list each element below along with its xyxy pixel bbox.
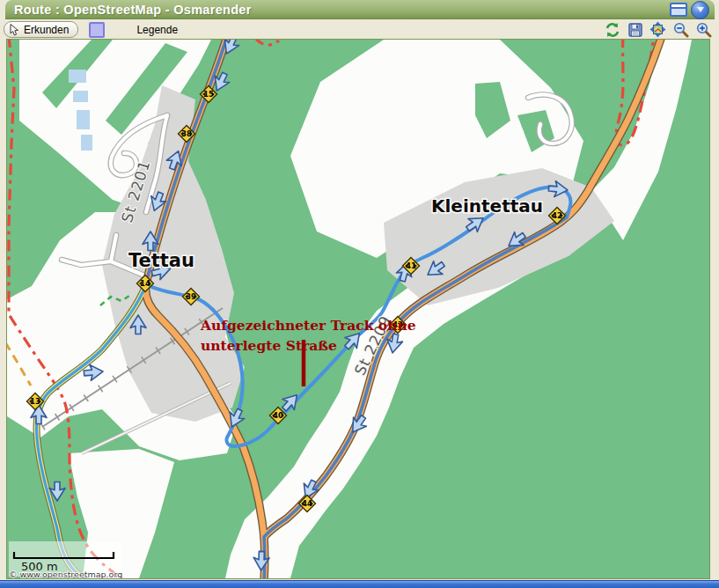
legende-checkbox[interactable]	[89, 22, 105, 38]
town-label: Kleintettau	[431, 195, 543, 217]
waypoint-number: 13	[30, 397, 40, 406]
waypoint-number: 39	[186, 292, 196, 301]
erkunden-button[interactable]: Erkunden	[4, 21, 78, 38]
fit-map-icon	[649, 21, 666, 38]
refresh-button[interactable]	[604, 21, 620, 38]
copyright-label: © www.openstreetmap.org	[9, 570, 122, 578]
annotation-line1: Aufgezeichneter Track ohne	[200, 317, 416, 334]
waypoint-number: 42	[552, 211, 562, 220]
refresh-icon	[605, 22, 620, 38]
zoom-out-button[interactable]	[672, 21, 689, 38]
collapse-icon[interactable]	[691, 1, 709, 19]
waypoint-number: 38	[181, 129, 192, 138]
fit-map-button[interactable]	[649, 21, 666, 38]
waypoint-number: 14	[140, 279, 150, 288]
window-controls	[670, 1, 715, 19]
zoom-in-button[interactable]	[695, 21, 712, 38]
panel-icon[interactable]	[670, 3, 687, 17]
toolbar-icon-group	[604, 21, 719, 38]
scale-bar: 500 m © www.openstreetmap.org	[9, 541, 122, 578]
bottom-window-bar[interactable]	[0, 580, 719, 588]
zoom-in-icon	[696, 22, 712, 38]
town-label: Tettau	[128, 250, 194, 271]
legende-label: Legende	[136, 24, 178, 36]
toolbar: Erkunden Legende	[0, 19, 719, 40]
cursor-icon	[10, 24, 19, 36]
annotation-line2: unterlegte Straße	[201, 337, 337, 354]
save-button[interactable]	[627, 21, 643, 38]
waypoint-number: 15	[203, 90, 214, 99]
chevron-down-icon	[696, 6, 705, 13]
erkunden-label: Erkunden	[24, 24, 69, 36]
app-window: Route : OpenStreetMap - Osmarender Erkun…	[0, 0, 719, 588]
waypoint-number: 40	[273, 411, 283, 420]
save-icon	[627, 22, 643, 38]
zoom-out-icon	[673, 22, 689, 38]
window-titlebar[interactable]: Route : OpenStreetMap - Osmarender	[5, 0, 715, 20]
waypoint-number: 44	[302, 499, 312, 508]
window-title: Route : OpenStreetMap - Osmarender	[5, 3, 252, 17]
map-container[interactable]: St 2201St 2209 TettauKleintettau 1314153…	[7, 40, 709, 578]
waypoint-number: 41	[406, 261, 416, 270]
